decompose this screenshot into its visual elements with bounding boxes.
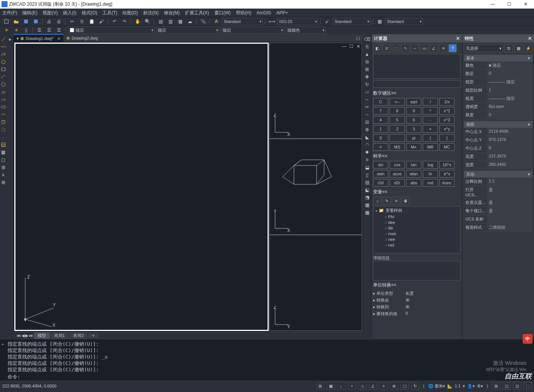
extra-tool4[interactable]: ▩ [363, 209, 371, 216]
hatch-tool[interactable] [0, 141, 6, 148]
layer-button-5[interactable]: ☰ [45, 26, 53, 34]
scikey-r2d[interactable]: r2d [373, 179, 388, 187]
viewport-top-right[interactable]: — ☐ ✕ Z X [269, 43, 362, 139]
sb-otrack[interactable]: ∠ [369, 382, 377, 390]
scikey-sin[interactable]: sin [373, 161, 388, 168]
array-tool[interactable]: ⊞ [363, 66, 371, 73]
menu-app[interactable]: APP+ [276, 10, 288, 15]
new-button[interactable] [2, 18, 11, 25]
point-tool[interactable]: · [0, 134, 6, 141]
numpad-label[interactable]: 数字键区<< [373, 90, 461, 96]
revcloud-tool[interactable] [0, 89, 6, 95]
key-MC[interactable]: MC [439, 143, 454, 151]
print-preview-button[interactable]: 🖨 [55, 18, 63, 25]
prop-透明度[interactable]: ByLayer [487, 103, 532, 111]
calc-input[interactable] [373, 80, 461, 88]
key-5[interactable]: 5 [390, 116, 405, 124]
menu-insert[interactable]: 插入(I) [63, 10, 76, 16]
layout-1[interactable]: 布局1 [50, 332, 69, 339]
extra-tool3[interactable]: ▦ [363, 202, 371, 208]
prop-线宽[interactable]: ———— 随层 [487, 95, 532, 103]
props-pick-3[interactable]: ⚡ [524, 44, 532, 52]
calc-tb-3[interactable]: ⬚ [392, 44, 400, 52]
key-4[interactable]: 4 [373, 116, 388, 124]
viewport-mid-right[interactable]: Y X [269, 139, 362, 235]
polyline-tool[interactable] [0, 51, 6, 58]
copy-button[interactable]: ⎘ [78, 18, 86, 25]
sb-extra-4[interactable]: ⬚ [523, 382, 532, 390]
key-2[interactable]: 2 [390, 125, 405, 133]
scikey-cos[interactable]: cos [390, 161, 405, 168]
calc-tb-7[interactable]: ∠ [430, 44, 438, 52]
prop-sect-视图[interactable]: 视图▾ [464, 121, 532, 128]
key-=[interactable]: = [373, 143, 388, 151]
sci-label[interactable]: 科学<< [373, 153, 461, 159]
calc-close-icon[interactable]: ✕ [456, 36, 460, 41]
tab-nav-next[interactable]: ▶ [25, 333, 28, 338]
menu-file[interactable]: 文件(F) [2, 10, 17, 16]
rotate-tool[interactable]: ↻ [363, 81, 371, 88]
key--[interactable]: - [423, 116, 438, 124]
textstyle-icon[interactable]: A [212, 18, 220, 25]
key-+[interactable]: + [423, 125, 438, 133]
menu-help[interactable]: 帮助(H) [236, 10, 251, 16]
menu-arcgis[interactable]: ArcGIS [257, 10, 271, 15]
line-tool[interactable] [0, 36, 6, 43]
pan-button[interactable]: ✋ [133, 18, 142, 25]
save-button[interactable] [22, 18, 30, 25]
grid-tool[interactable]: ⊞ [0, 179, 6, 186]
redo-button[interactable]: ↷ [120, 18, 129, 25]
circle-tool[interactable] [0, 81, 6, 88]
ime-icon[interactable]: 中 [523, 334, 532, 344]
sb-model[interactable]: ▢ [401, 382, 409, 390]
scikey-abs[interactable]: abs [406, 179, 421, 187]
prop-中心点 Y[interactable]: 979.1378 [487, 136, 532, 144]
key-*[interactable]: * [423, 107, 438, 115]
layer-manager-button[interactable]: ☀ [2, 26, 11, 34]
scikey-tan[interactable]: tan [406, 161, 421, 168]
textstyle-dropdown[interactable]: Standard [222, 18, 263, 25]
close-button[interactable]: ✕ [517, 0, 534, 8]
key-MR[interactable]: MR [423, 143, 438, 151]
key-([interactable]: ( [423, 134, 438, 142]
key-C[interactable]: C [373, 98, 388, 106]
key-x^3[interactable]: x^3 [439, 116, 454, 124]
layer-button-3[interactable]: ▯ [22, 26, 30, 34]
doctab-1[interactable]: ▾ ⬢ Drawing1.dwg*✕ [14, 34, 63, 42]
cmdlog-collapse-icon[interactable]: ▸ [2, 341, 5, 347]
break-tool[interactable]: ⊟ [363, 119, 371, 126]
tablestyle-dropdown[interactable]: Standard [385, 18, 423, 25]
prop-UCS 名称[interactable] [487, 215, 532, 224]
fillet-tool[interactable]: ◠ [363, 141, 371, 148]
layer-dropdown[interactable]: 随层 [68, 26, 155, 34]
key-x^2[interactable]: x^2 [439, 107, 454, 115]
sb-dyn[interactable]: ⊕ [390, 382, 398, 390]
draworder-tool[interactable]: ⬓ [363, 164, 371, 171]
menu-tools[interactable]: 工具(T) [103, 10, 117, 16]
matchprop-button[interactable]: 🖌 [97, 18, 106, 25]
key-/[interactable]: / [423, 98, 438, 106]
polygon-tool[interactable] [0, 58, 6, 65]
spline-tool[interactable] [0, 96, 6, 103]
layer-button-4[interactable]: ☰ [35, 26, 43, 34]
select-tool[interactable]: ▯ [363, 172, 371, 178]
linetype-dropdown[interactable]: 随层 [156, 26, 219, 34]
sb-extra-3[interactable]: ⊡ [513, 382, 521, 390]
erase-tool[interactable]: ⌫ [363, 36, 371, 43]
prop-宽度[interactable]: 280.3492 [487, 161, 532, 169]
viewport-main[interactable]: Z Y X [14, 43, 269, 331]
vp-min-icon[interactable]: — [342, 44, 346, 49]
rectangle-tool[interactable] [0, 66, 6, 73]
menu-edit[interactable]: 编辑(E) [22, 10, 37, 16]
prop-图层[interactable]: 0 [487, 70, 532, 78]
calc-tb-9[interactable]: ? [448, 44, 457, 52]
command-input[interactable] [23, 374, 526, 380]
key-M+[interactable]: M+ [406, 143, 421, 151]
key-sqrt[interactable]: sqrt [406, 98, 421, 106]
tablestyle-icon[interactable]: ▦ [375, 18, 384, 25]
scikey-log[interactable]: log [423, 161, 438, 168]
scikey-e^x[interactable]: e^x [439, 170, 454, 178]
move-tool[interactable]: ✥ [363, 74, 371, 80]
prop-在原点显...[interactable]: 是 [487, 199, 532, 207]
dimstyle-dropdown[interactable]: ISO-25 [277, 18, 318, 25]
